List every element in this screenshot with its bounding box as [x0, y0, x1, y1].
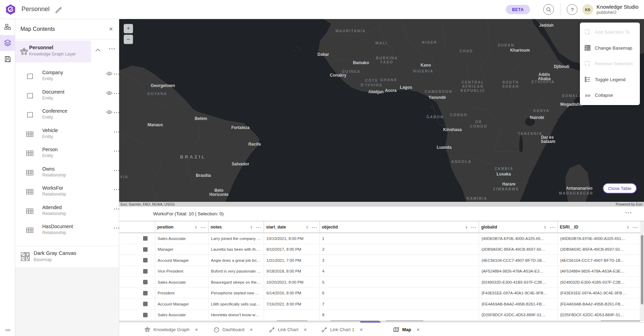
row-select-checkbox[interactable] — [143, 302, 148, 306]
sort-icon[interactable]: ▲▼ — [250, 225, 253, 229]
close-table-button[interactable]: Close Table — [603, 183, 637, 193]
layer-options-icon[interactable]: ··· — [114, 129, 120, 135]
layer-options-icon[interactable]: ··· — [114, 148, 120, 154]
column-header-position[interactable]: position ▲▼ ··· — [155, 221, 209, 233]
menu-item-add-selection-to[interactable]: Add Selection To — [580, 24, 640, 40]
layer-options-icon[interactable]: ··· — [114, 71, 120, 77]
cell-start-date: 1/31/2021, 7:00 PM — [264, 255, 320, 266]
layer-type: Relationship — [42, 192, 66, 197]
menu-item-toggle-legend[interactable]: Toggle Legend — [580, 72, 640, 88]
column-menu-icon[interactable]: ··· — [633, 225, 638, 230]
tab-link-chart-1[interactable]: Link Chart 1 ✕ — [321, 323, 363, 336]
layer-row[interactable]: Company Entity ··· — [15, 67, 119, 86]
visibility-eye-icon[interactable] — [106, 91, 113, 95]
close-tab-icon[interactable]: ✕ — [195, 327, 198, 332]
layer-group-personnel[interactable]: Personnel Knowledge Graph Layer — [15, 41, 91, 62]
row-select-checkbox[interactable] — [143, 269, 148, 274]
column-menu-icon[interactable]: ··· — [550, 225, 555, 230]
column-header-objectid[interactable]: objectid ▲▼ ··· — [320, 221, 479, 233]
table-row[interactable]: Sales Associate Henrietta doesn't know w… — [119, 310, 640, 321]
layer-type: Entity — [42, 96, 53, 101]
table-options-icon[interactable]: ··· — [625, 209, 632, 216]
column-menu-icon[interactable]: ··· — [312, 225, 317, 230]
row-select-checkbox[interactable] — [143, 280, 148, 284]
layer-row[interactable]: Person Entity ··· — [15, 144, 119, 163]
polygon-entity-icon — [26, 92, 34, 100]
rail-item-save[interactable] — [0, 51, 15, 67]
sort-icon[interactable]: ▲▼ — [544, 225, 546, 229]
layer-row[interactable]: Conference Entity ··· — [15, 105, 119, 125]
layer-row[interactable]: Owns Relationship ··· — [15, 163, 119, 183]
column-header-notes[interactable]: notes ▲▼ ··· — [209, 221, 264, 233]
help-button[interactable]: ? — [567, 4, 577, 15]
column-header-globalid[interactable]: globalid ▲▼ ··· — [479, 221, 558, 233]
layer-row[interactable]: WorksFor Relationship ··· — [15, 182, 119, 202]
table-row[interactable]: President Persephone started new metal o… — [119, 288, 640, 299]
layer-options-icon[interactable]: ··· — [114, 91, 120, 97]
column-header-start-date[interactable]: start_date ▲▼ ··· — [264, 221, 320, 233]
row-select-checkbox[interactable] — [143, 236, 148, 241]
basemap-type: Basemap — [34, 257, 52, 262]
menu-item-remove-selection[interactable]: Remove Selection — [580, 56, 640, 72]
column-header-esri-id[interactable]: ESRI__ID ▲▼ ··· — [558, 221, 640, 233]
rail-item-layers[interactable] — [0, 35, 15, 51]
tab-knowledge-graph[interactable]: Knowledge Graph ✕ — [144, 323, 198, 336]
panel-close-icon[interactable]: ✕ — [109, 26, 113, 32]
rail-item-hierarchy[interactable] — [0, 19, 15, 35]
row-select-checkbox[interactable] — [143, 313, 148, 317]
table-row[interactable]: Sales Associate Beauregard sleeps on the… — [119, 277, 640, 288]
scrollbar-thumb[interactable] — [641, 235, 643, 304]
layer-row[interactable]: Document Entity ··· — [15, 86, 119, 106]
table-row[interactable]: Manager Lauretta has been with the comp…… — [119, 244, 640, 255]
tab-link-chart[interactable]: Link Chart ✕ — [269, 323, 307, 336]
sort-icon[interactable]: ▲▼ — [465, 225, 468, 229]
sort-icon[interactable]: ▲▼ — [627, 225, 629, 229]
layer-options-icon[interactable]: ··· — [114, 206, 120, 212]
close-tab-icon[interactable]: ✕ — [360, 327, 363, 332]
row-select-checkbox[interactable] — [143, 291, 148, 295]
table-row[interactable]: Sales Associate Larry joined the company… — [119, 233, 640, 244]
tab-dashboard[interactable]: Dashboard ✕ — [214, 323, 253, 336]
expand-panel-chevrons[interactable]: »» — [0, 327, 15, 333]
zoom-out-button[interactable]: − — [124, 35, 133, 44]
collapse-group-chevron-icon[interactable] — [95, 49, 100, 52]
layer-options-icon[interactable]: ··· — [114, 110, 120, 116]
layer-row[interactable]: Vehicle Entity ··· — [15, 125, 119, 144]
layer-group-options-icon[interactable]: ··· — [109, 45, 116, 52]
tab-map[interactable]: Map ✕ — [393, 323, 420, 336]
search-icon — [546, 7, 552, 12]
layer-options-icon[interactable]: ··· — [114, 167, 120, 174]
close-tab-icon[interactable]: ✕ — [303, 327, 307, 332]
table-vertical-scrollbar[interactable] — [640, 221, 644, 321]
user-avatar[interactable]: KS — [582, 4, 593, 15]
visibility-eye-icon[interactable] — [106, 110, 113, 114]
visibility-eye-icon[interactable] — [106, 71, 113, 76]
close-tab-icon[interactable]: ✕ — [250, 327, 253, 332]
table-row[interactable]: Vice President Buford is very passionate… — [119, 266, 640, 277]
column-menu-icon[interactable]: ··· — [201, 225, 206, 230]
column-menu-icon[interactable]: ··· — [471, 225, 477, 230]
edit-title-icon[interactable] — [55, 6, 62, 13]
zoom-in-button[interactable]: + — [124, 24, 133, 33]
sort-icon[interactable]: ▲▼ — [195, 225, 197, 229]
map-view[interactable]: MAURITANIAMALINIGERSUDANCHADBURKINAFASOG… — [119, 19, 644, 207]
row-select-checkbox[interactable] — [143, 258, 148, 262]
account-info[interactable]: Knowledge Studio publisher2 — [597, 4, 638, 15]
basemap-graphic — [119, 19, 644, 207]
row-select-checkbox[interactable] — [143, 247, 148, 252]
menu-item-collapse[interactable]: »» Collapse — [580, 87, 640, 103]
basemap-row[interactable]: Dark Gray Canvas Basemap — [15, 246, 119, 268]
table-row[interactable]: Account Manager Angie does a great job b… — [119, 255, 640, 266]
layer-row[interactable]: HasDocument Relationship ··· — [15, 221, 119, 240]
search-button[interactable] — [543, 4, 554, 15]
close-tab-icon[interactable]: ✕ — [416, 327, 420, 332]
app-logo-icon[interactable] — [5, 4, 16, 15]
column-menu-icon[interactable]: ··· — [256, 225, 262, 230]
row-select-cell — [119, 244, 155, 255]
layer-options-icon[interactable]: ··· — [114, 225, 120, 231]
menu-item-change-basemap[interactable]: Change Basemap — [580, 40, 640, 56]
layer-options-icon[interactable]: ··· — [114, 187, 120, 193]
sort-icon[interactable]: ▲▼ — [306, 225, 308, 229]
table-row[interactable]: Account Manager Lilith specifically sell… — [119, 299, 640, 310]
layer-row[interactable]: Attended Relationship ··· — [15, 202, 119, 221]
